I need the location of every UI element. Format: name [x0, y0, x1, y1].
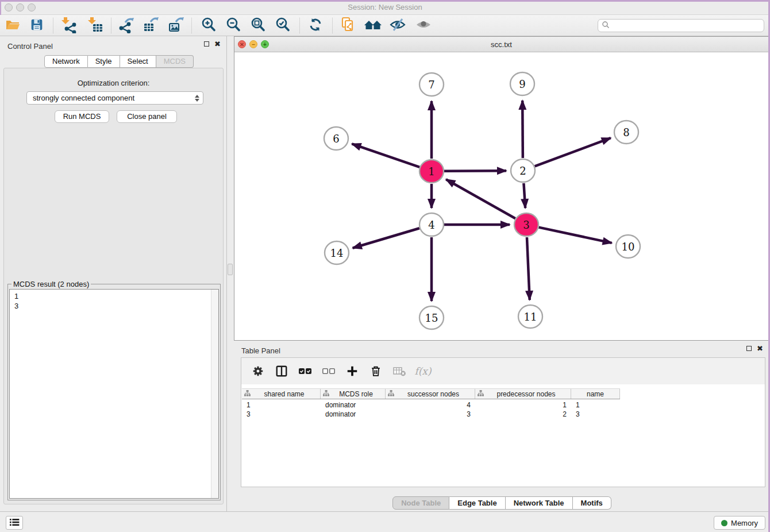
- split-panel-button[interactable]: [274, 364, 289, 378]
- tab-edge-table[interactable]: Edge Table: [449, 496, 505, 510]
- edge-3-11[interactable]: [527, 237, 530, 300]
- network-canvas-svg[interactable]: 1234678910111415: [234, 52, 768, 340]
- table-row[interactable]: 3 dominator 3 2 3: [242, 410, 620, 419]
- table-header-row: shared name MCDS role successor nodes pr…: [242, 388, 620, 399]
- cell-predecessor-nodes[interactable]: 1: [475, 400, 571, 410]
- network-window-titlebar[interactable]: ✕ – + scc.txt: [234, 37, 768, 52]
- table-row[interactable]: 1 dominator 4 1 1: [242, 400, 620, 410]
- column-header-shared-name[interactable]: shared name: [242, 389, 321, 399]
- node-14[interactable]: 14: [325, 241, 349, 264]
- criterion-value: strongly connected component: [33, 94, 195, 102]
- memory-button[interactable]: Memory: [714, 516, 765, 530]
- export-image-icon: [167, 16, 184, 35]
- node-4[interactable]: 4: [419, 213, 444, 236]
- edge-4-14[interactable]: [353, 228, 419, 248]
- cell-shared-name[interactable]: 1: [242, 400, 321, 410]
- node-15[interactable]: 15: [419, 306, 444, 329]
- search-input[interactable]: [612, 20, 764, 31]
- node-2[interactable]: 2: [511, 159, 535, 182]
- tab-node-table[interactable]: Node Table: [392, 496, 449, 510]
- mcds-result-scrollbar[interactable]: [211, 290, 218, 498]
- cell-name[interactable]: 3: [571, 410, 620, 419]
- delete-table-button[interactable]: [392, 364, 407, 378]
- import-table-button[interactable]: [86, 17, 105, 34]
- edge-3-1[interactable]: [446, 179, 515, 218]
- run-mcds-button[interactable]: Run MCDS: [55, 110, 109, 123]
- criterion-dropdown[interactable]: strongly connected component: [26, 91, 203, 105]
- edge-2-3[interactable]: [523, 183, 525, 208]
- column-header-predecessor-nodes[interactable]: predecessor nodes: [475, 389, 571, 399]
- edge-2-9[interactable]: [522, 101, 523, 158]
- table-settings-button[interactable]: [251, 364, 265, 378]
- import-network-button[interactable]: [59, 17, 79, 34]
- tab-mcds[interactable]: MCDS: [156, 55, 194, 68]
- tab-network-table[interactable]: Network Table: [506, 496, 573, 510]
- close-panel-icon[interactable]: ✖: [757, 346, 763, 351]
- float-panel-icon[interactable]: [204, 41, 209, 47]
- node-7[interactable]: 7: [419, 73, 444, 96]
- cell-shared-name[interactable]: 3: [242, 410, 321, 419]
- export-image-button[interactable]: [166, 17, 186, 34]
- edge-1-2[interactable]: [444, 171, 506, 171]
- cell-successor-nodes[interactable]: 3: [386, 410, 475, 419]
- save-session-button[interactable]: [27, 17, 47, 34]
- table-toolbar: f(x): [241, 358, 765, 384]
- tab-motifs[interactable]: Motifs: [573, 496, 611, 510]
- task-history-button[interactable]: [6, 516, 23, 530]
- home-view-button[interactable]: [363, 17, 383, 34]
- eye-icon: [415, 16, 432, 35]
- mcds-result-box[interactable]: 1 3: [9, 289, 219, 499]
- hide-selected-button[interactable]: [388, 17, 407, 34]
- export-table-icon: [142, 16, 159, 35]
- close-panel-icon[interactable]: ✖: [214, 41, 221, 47]
- zoom-selected-button[interactable]: [273, 17, 292, 34]
- edge-2-8[interactable]: [535, 138, 611, 166]
- cell-mcds-role[interactable]: dominator: [321, 400, 386, 410]
- refresh-view-button[interactable]: [306, 17, 325, 34]
- tab-style[interactable]: Style: [88, 55, 120, 68]
- delete-column-button[interactable]: [368, 364, 383, 378]
- column-header-successor-nodes[interactable]: successor nodes: [386, 389, 475, 399]
- tab-network[interactable]: Network: [44, 55, 88, 68]
- edge-1-6[interactable]: [352, 144, 419, 167]
- node-9[interactable]: 9: [510, 72, 534, 95]
- status-bar: Memory: [0, 511, 770, 532]
- node-10[interactable]: 10: [616, 235, 640, 258]
- float-panel-icon[interactable]: [746, 346, 752, 351]
- zoom-fit-icon: [249, 16, 267, 35]
- export-network-button[interactable]: [116, 17, 136, 34]
- zoom-out-button[interactable]: [224, 17, 243, 34]
- cell-mcds-role[interactable]: dominator: [321, 410, 386, 419]
- main-toolbar: [0, 15, 770, 36]
- edge-3-10[interactable]: [539, 228, 612, 243]
- tab-select[interactable]: Select: [120, 55, 156, 68]
- function-builder-button[interactable]: f(x): [415, 364, 430, 378]
- add-column-button[interactable]: [345, 364, 360, 378]
- open-session-button[interactable]: [3, 17, 22, 34]
- search-field[interactable]: [598, 19, 764, 32]
- zoom-in-button[interactable]: [199, 17, 218, 34]
- node-3[interactable]: 3: [514, 213, 538, 236]
- cell-successor-nodes[interactable]: 4: [386, 400, 475, 410]
- node-label: 3: [523, 219, 529, 231]
- toolbar-separator: [332, 18, 333, 33]
- copy-views-button[interactable]: [338, 17, 357, 34]
- cell-predecessor-nodes[interactable]: 2: [475, 410, 571, 419]
- deselect-all-columns-button[interactable]: [321, 364, 336, 378]
- column-header-mcds-role[interactable]: MCDS role: [321, 389, 386, 399]
- node-label: 14: [330, 247, 344, 259]
- show-all-button[interactable]: [414, 17, 433, 34]
- zoom-fit-button[interactable]: [248, 17, 268, 34]
- control-panel-tabs: Network Style Select MCDS: [44, 55, 194, 68]
- node-11[interactable]: 11: [518, 305, 542, 328]
- close-panel-button[interactable]: Close panel: [117, 110, 177, 123]
- mcds-result-fieldset: MCDS result (2 nodes) 1 3: [7, 284, 221, 500]
- panel-splitter-grip[interactable]: [228, 264, 233, 275]
- column-header-name[interactable]: name: [571, 389, 620, 399]
- export-table-button[interactable]: [141, 17, 160, 34]
- node-6[interactable]: 6: [324, 127, 348, 150]
- select-all-columns-button[interactable]: [298, 364, 313, 378]
- node-8[interactable]: 8: [614, 121, 638, 144]
- node-1[interactable]: 1: [419, 160, 444, 183]
- cell-name[interactable]: 1: [571, 400, 620, 410]
